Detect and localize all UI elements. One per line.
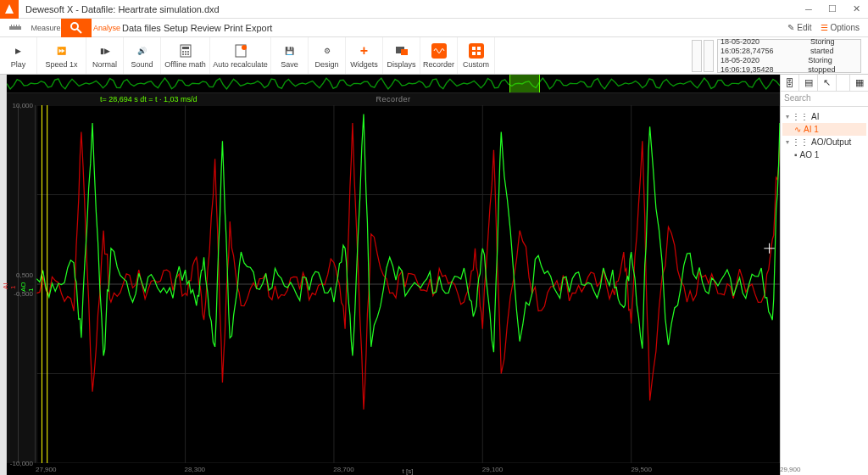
svg-point-9: [182, 51, 184, 53]
options-link[interactable]: ☰ Options: [821, 23, 860, 32]
panel-tabs: 🗄 ▤ ↖ ▦: [781, 75, 868, 92]
svg-rect-3: [16, 25, 17, 27]
normal-icon: ▮▶: [97, 43, 113, 59]
app-logo: [0, 0, 19, 19]
recorder-button[interactable]: Recorder: [420, 37, 458, 74]
svg-point-12: [182, 53, 184, 55]
tab-list-icon[interactable]: ▤: [799, 75, 818, 91]
svg-point-5: [71, 23, 78, 30]
widgets-button[interactable]: +Widgets: [346, 37, 383, 74]
analyse-mode-button[interactable]: [61, 19, 92, 37]
overview-strip[interactable]: [7, 75, 780, 93]
svg-rect-19: [472, 47, 476, 50]
normal-button[interactable]: ▮▶Normal: [86, 37, 124, 74]
x-axis[interactable]: t [s] 27,90028,30028,70029,10029,50029,9…: [36, 463, 780, 475]
chart-canvas[interactable]: [7, 105, 780, 463]
workspace: Recorder t= 28,694 s dt = t · 1,03 ms/d …: [0, 75, 868, 475]
x-axis-label: t [s]: [403, 467, 414, 475]
svg-point-10: [185, 51, 186, 53]
speed-button[interactable]: ⏩Speed 1x: [37, 37, 86, 74]
svg-rect-8: [182, 47, 189, 49]
menu-data-files[interactable]: Data files: [122, 23, 161, 33]
svg-rect-4: [19, 25, 19, 27]
measure-label: Measure: [31, 24, 61, 32]
calculator-icon: [178, 43, 193, 59]
menu-review[interactable]: Review: [191, 23, 221, 33]
tree-group-ao[interactable]: ▾ ⋮⋮ AO/Output: [782, 136, 866, 148]
custom-button[interactable]: Custom: [458, 37, 495, 74]
status-cursor-icon[interactable]: [704, 40, 714, 72]
status-scroll-icon[interactable]: [692, 40, 702, 72]
channel-search[interactable]: Search: [781, 92, 868, 107]
design-button[interactable]: ⚙Design: [309, 37, 346, 74]
displays-button[interactable]: Displays: [383, 37, 420, 74]
status-log: 18-05-2020 16:05:28,74756Storing started…: [717, 39, 861, 73]
play-button[interactable]: ▶Play: [0, 37, 37, 74]
maximize-button[interactable]: ☐: [821, 0, 844, 19]
plus-icon: +: [357, 43, 372, 59]
menu-setup[interactable]: Setup: [164, 23, 188, 33]
svg-point-16: [242, 45, 247, 50]
svg-rect-18: [401, 49, 408, 55]
menu-export[interactable]: Export: [246, 23, 273, 33]
svg-point-14: [187, 53, 189, 55]
minimize-button[interactable]: ─: [797, 0, 821, 19]
auto-recalculate-button[interactable]: Auto recalculate: [210, 37, 271, 74]
sound-button[interactable]: 🔊Sound: [124, 37, 161, 74]
overview-selection[interactable]: [509, 75, 540, 92]
titlebar: Dewesoft X - Datafile: Heartrate simulat…: [0, 0, 868, 19]
tree-item-ao1[interactable]: ▪ AO 1: [782, 148, 866, 161]
svg-rect-1: [11, 25, 12, 27]
close-button[interactable]: ✕: [844, 0, 868, 19]
svg-rect-21: [472, 52, 476, 55]
edit-link[interactable]: ✎ Edit: [787, 23, 811, 32]
svg-point-13: [185, 53, 186, 55]
tree-group-ai[interactable]: ▾ ⋮⋮ AI: [782, 110, 866, 123]
left-gutter[interactable]: [0, 75, 7, 475]
play-icon: ▶: [11, 43, 26, 59]
svg-rect-2: [14, 25, 14, 27]
tab-grid-icon[interactable]: ▦: [849, 75, 868, 91]
analyse-label: Analyse: [92, 24, 122, 32]
tab-cursor-icon[interactable]: ↖: [818, 75, 837, 91]
displays-icon: [394, 43, 409, 59]
toolbar: ▶Play ⏩Speed 1x ▮▶Normal 🔊Sound Offline …: [0, 37, 868, 75]
channel-tree: ▾ ⋮⋮ AI ∿ AI 1 ▾ ⋮⋮ AO/Output ▪ AO 1: [781, 107, 868, 165]
window-title: Dewesoft X - Datafile: Heartrate simulat…: [25, 4, 220, 14]
svg-rect-20: [477, 47, 481, 50]
svg-line-6: [77, 29, 81, 33]
recalc-icon: [233, 43, 248, 59]
tree-item-ai1[interactable]: ∿ AI 1: [782, 123, 866, 136]
svg-rect-22: [477, 52, 481, 55]
measure-mode-button[interactable]: [0, 19, 31, 37]
plot-area[interactable]: Recorder t= 28,694 s dt = t · 1,03 ms/d …: [7, 75, 780, 475]
recorder-icon: [431, 43, 447, 59]
mode-menu-bar: Measure Analyse Data files Setup Review …: [0, 19, 868, 37]
menubar: Data files Setup Review Print Export: [122, 23, 272, 33]
menu-print[interactable]: Print: [224, 23, 243, 33]
speaker-icon: 🔊: [135, 43, 150, 59]
custom-icon: [469, 43, 484, 59]
save-icon: 💾: [282, 43, 298, 59]
save-button[interactable]: 💾Save: [271, 37, 309, 74]
tab-storage-icon[interactable]: 🗄: [781, 75, 799, 91]
fast-forward-icon: ⏩: [54, 43, 70, 59]
channel-panel: 🗄 ▤ ↖ ▦ Search ▾ ⋮⋮ AI ∿ AI 1 ▾ ⋮⋮ AO/Ou…: [780, 75, 868, 475]
gear-icon: ⚙: [320, 43, 335, 59]
offline-math-button[interactable]: Offline math: [161, 37, 210, 74]
svg-point-11: [187, 51, 189, 53]
cursor-info: t= 28,694 s dt = t · 1,03 ms/d: [100, 95, 198, 103]
